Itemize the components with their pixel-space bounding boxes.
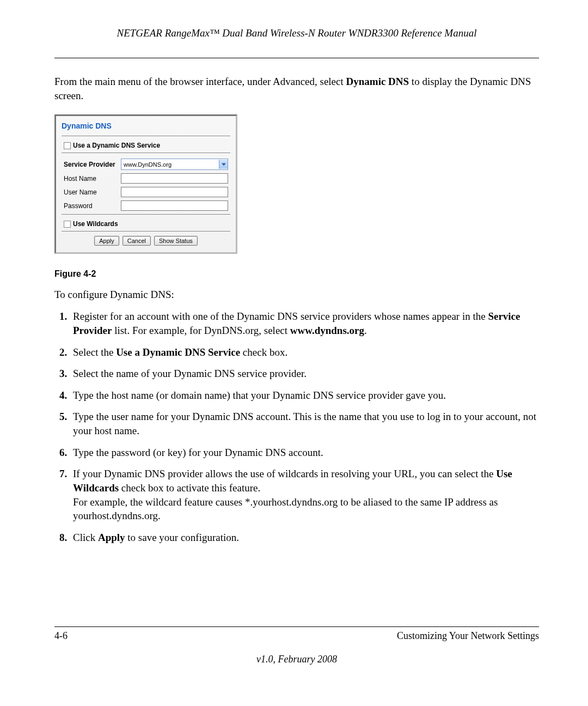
service-provider-select[interactable]: www.DynDNS.org xyxy=(121,159,228,170)
figure-caption: Figure 4-2 xyxy=(54,269,539,279)
service-provider-label: Service Provider xyxy=(64,161,121,168)
intro-bold: Dynamic DNS xyxy=(346,76,409,87)
step-7: If your Dynamic DNS provider allows the … xyxy=(70,467,539,523)
svg-marker-0 xyxy=(222,163,226,166)
use-wildcards-checkbox[interactable] xyxy=(64,221,71,228)
dropdown-arrow-icon[interactable] xyxy=(219,160,228,169)
password-input[interactable] xyxy=(121,200,228,211)
cancel-button[interactable]: Cancel xyxy=(122,236,151,246)
panel-separator xyxy=(62,231,230,232)
intro-text: From the main menu of the browser interf… xyxy=(54,76,346,87)
page-footer: 4-6 Customizing Your Network Settings xyxy=(54,630,539,642)
step-1: Register for an account with one of the … xyxy=(70,309,539,337)
panel-title: Dynamic DNS xyxy=(62,121,230,130)
footer-rule xyxy=(54,626,539,627)
use-service-row[interactable]: Use a Dynamic DNS Service xyxy=(62,141,230,150)
header-rule xyxy=(54,58,539,58)
host-name-label: Host Name xyxy=(64,175,121,182)
dynamic-dns-panel: Dynamic DNS Use a Dynamic DNS Service Se… xyxy=(54,114,237,254)
panel-separator xyxy=(62,153,230,153)
step-3: Select the name of your Dynamic DNS serv… xyxy=(70,367,539,381)
step-4: Type the host name (or domain name) that… xyxy=(70,388,539,403)
use-wildcards-row[interactable]: Use Wildcards xyxy=(62,219,230,229)
user-name-input[interactable] xyxy=(121,187,228,197)
panel-separator xyxy=(62,214,230,215)
service-provider-value: www.DynDNS.org xyxy=(124,161,171,168)
show-status-button[interactable]: Show Status xyxy=(154,236,198,246)
step-5: Type the user name for your Dynamic DNS … xyxy=(70,410,539,437)
use-wildcards-label: Use Wildcards xyxy=(73,220,118,228)
use-service-checkbox[interactable] xyxy=(64,142,71,149)
step-6: Type the password (or key) for your Dyna… xyxy=(70,446,539,460)
intro-paragraph: From the main menu of the browser interf… xyxy=(54,75,539,102)
configure-heading: To configure Dynamic DNS: xyxy=(54,289,539,301)
use-service-label: Use a Dynamic DNS Service xyxy=(73,142,160,149)
password-label: Password xyxy=(64,202,121,210)
apply-button[interactable]: Apply xyxy=(94,236,119,246)
version-line: v1.0, February 2008 xyxy=(54,654,539,665)
page-number: 4-6 xyxy=(54,630,68,642)
step-8: Click Apply to save your configuration. xyxy=(70,531,539,545)
page-header: NETGEAR RangeMax™ Dual Band Wireless-N R… xyxy=(54,27,539,42)
user-name-label: User Name xyxy=(64,188,121,196)
panel-separator xyxy=(62,136,230,136)
host-name-input[interactable] xyxy=(121,173,228,184)
step-2: Select the Use a Dynamic DNS Service che… xyxy=(70,345,539,360)
steps-list: Register for an account with one of the … xyxy=(64,309,539,544)
section-title: Customizing Your Network Settings xyxy=(397,630,539,642)
